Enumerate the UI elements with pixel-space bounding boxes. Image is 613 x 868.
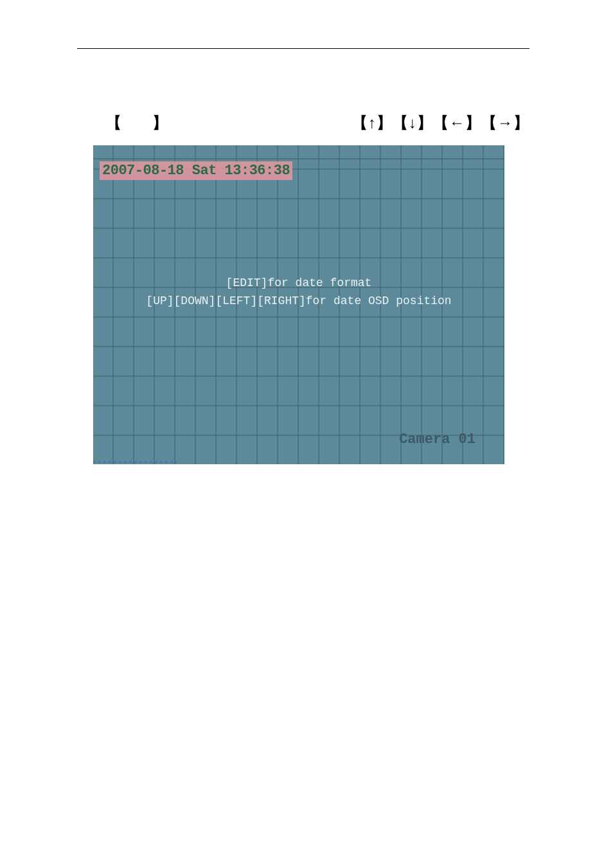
datetime-osd[interactable]: 2007-08-18 Sat 13:36:38 <box>100 161 292 180</box>
header-divider <box>77 48 529 49</box>
instruction-text: [EDIT]for date format [UP][DOWN][LEFT][R… <box>93 274 504 310</box>
instruction-line-1: [EDIT]for date format <box>93 274 504 292</box>
bracket-left: 【 】 <box>106 113 168 133</box>
instruction-line-2: [UP][DOWN][LEFT][RIGHT]for date OSD posi… <box>93 292 504 310</box>
page-container: 【 】 【↑】【↓】【←】【→】 2007-08-18 Sat 13:36:38… <box>0 0 613 868</box>
camera-label: Camera 01 <box>399 431 475 448</box>
bracket-arrows: 【↑】【↓】【←】【→】 <box>352 113 529 133</box>
osd-screenshot: 2007-08-18 Sat 13:36:38 [EDIT]for date f… <box>93 145 504 464</box>
scanline-artifact <box>93 461 177 463</box>
